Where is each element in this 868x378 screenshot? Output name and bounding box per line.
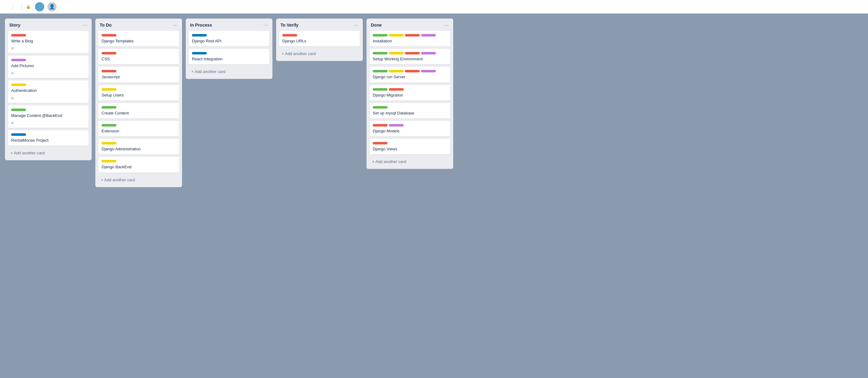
column-title-todo: To Do	[100, 23, 112, 28]
card[interactable]: Set up mysql Database	[370, 103, 450, 118]
share-button[interactable]: 👤	[48, 2, 57, 11]
card-description-icon: ≡	[11, 96, 86, 101]
label-red	[373, 124, 388, 127]
card-labels	[101, 52, 176, 55]
label-yellow	[389, 52, 404, 55]
card-title: Write a Blog	[11, 38, 86, 44]
card-labels	[11, 34, 86, 36]
card-labels	[192, 52, 266, 55]
card-title: Django run Server	[373, 74, 447, 80]
card-title: Setup Working Environment	[373, 56, 447, 62]
card[interactable]: Write a Blog≡	[8, 31, 89, 53]
card-title: Set up mysql Database	[373, 110, 447, 116]
add-card-button-story[interactable]: + Add another card	[8, 149, 89, 157]
column-done: Done···InstallationSetup Working Environ…	[367, 19, 453, 169]
column-menu-story[interactable]: ···	[83, 22, 87, 28]
card-title: Manage Content @BackEnd	[11, 113, 86, 118]
column-menu-to-verify[interactable]: ···	[354, 22, 359, 28]
column-menu-todo[interactable]: ···	[173, 22, 178, 28]
card[interactable]: Add Pictures≡	[8, 56, 89, 78]
card[interactable]: Django Views	[370, 139, 450, 154]
column-header-todo: To Do···	[98, 22, 179, 29]
card[interactable]: Create Content	[98, 103, 179, 118]
card-labels	[373, 52, 447, 55]
card-labels	[101, 124, 176, 127]
add-card-button-to-verify[interactable]: + Add another card	[279, 49, 360, 58]
card[interactable]: Extension	[98, 121, 179, 136]
card-labels	[11, 109, 86, 111]
card-labels	[101, 106, 176, 109]
card-labels	[101, 88, 176, 91]
card[interactable]: Django URLs	[279, 31, 360, 46]
label-red	[282, 34, 297, 36]
header: 🔒 👤	[0, 0, 868, 13]
column-story: Story···Write a Blog≡Add Pictures≡Authen…	[5, 19, 92, 160]
lock-icon: 🔒	[26, 5, 31, 9]
label-purple	[421, 34, 436, 36]
card[interactable]: Installation	[370, 31, 450, 46]
add-card-button-in-process[interactable]: + Add another card	[189, 67, 269, 76]
card[interactable]: Django run Server	[370, 67, 450, 82]
card-labels	[11, 133, 86, 136]
label-yellow	[101, 88, 116, 91]
card[interactable]: Setup Working Environment	[370, 49, 450, 64]
avatar[interactable]	[35, 2, 44, 11]
card[interactable]: Django Templates	[98, 31, 179, 46]
card-description-icon: ≡	[11, 71, 86, 75]
card-title: Django URLs	[282, 38, 356, 44]
card-labels	[373, 142, 447, 144]
label-green	[373, 88, 388, 91]
card[interactable]: Setup Users	[98, 85, 179, 101]
card[interactable]: RentalMoose Project	[8, 130, 89, 146]
add-card-button-todo[interactable]: + Add another card	[98, 176, 179, 184]
header-divider2	[21, 4, 22, 10]
label-green	[11, 109, 26, 111]
label-yellow	[389, 70, 404, 72]
label-purple	[11, 59, 26, 61]
card[interactable]: Javascript	[98, 67, 179, 82]
card-labels	[373, 88, 447, 91]
card-labels	[101, 34, 176, 36]
card[interactable]: CSS	[98, 49, 179, 64]
card[interactable]: Django BackEnd	[98, 157, 179, 172]
label-yellow	[101, 142, 116, 144]
column-header-story: Story···	[8, 22, 89, 29]
card-title: Django Administration	[101, 146, 176, 152]
card-labels	[373, 106, 447, 109]
card-labels	[373, 124, 447, 127]
card[interactable]: Django Migration	[370, 85, 450, 101]
card-title: Authentication	[11, 88, 86, 94]
card-title: Django Migration	[373, 93, 447, 98]
card-labels	[101, 160, 176, 162]
label-yellow	[389, 34, 404, 36]
card-labels	[373, 34, 447, 36]
label-red	[405, 70, 420, 72]
label-purple	[421, 52, 436, 55]
card[interactable]: Django Models	[370, 121, 450, 136]
card[interactable]: Django Administration	[98, 139, 179, 154]
card[interactable]: Manage Content @BackEnd≡	[8, 105, 89, 128]
add-card-button-done[interactable]: + Add another card	[370, 158, 450, 166]
column-in-process: In Process···Django Rest APIReact Integr…	[186, 19, 272, 79]
label-green	[373, 106, 388, 109]
card[interactable]: Authentication≡	[8, 80, 89, 103]
card[interactable]: React Integration	[189, 49, 269, 64]
header-divider	[12, 4, 13, 10]
column-menu-done[interactable]: ···	[444, 22, 449, 28]
card-labels	[101, 70, 176, 72]
card-title: Django Templates	[101, 38, 176, 44]
card-title: Django Views	[373, 146, 447, 152]
card[interactable]: Django Rest API	[189, 31, 269, 46]
label-red	[101, 34, 116, 36]
card-title: Django Rest API	[192, 38, 266, 44]
label-blue	[192, 52, 207, 55]
column-menu-in-process[interactable]: ···	[264, 22, 268, 28]
label-green	[373, 52, 388, 55]
card-title: RentalMoose Project	[11, 138, 86, 143]
column-todo: To Do···Django TemplatesCSSJavascriptSet…	[95, 19, 182, 187]
label-yellow	[101, 160, 116, 162]
card-title: Installation	[373, 38, 447, 44]
card-description-icon: ≡	[11, 120, 86, 125]
column-to-verify: To Verify···Django URLs+ Add another car…	[276, 19, 363, 61]
label-green	[373, 70, 388, 72]
